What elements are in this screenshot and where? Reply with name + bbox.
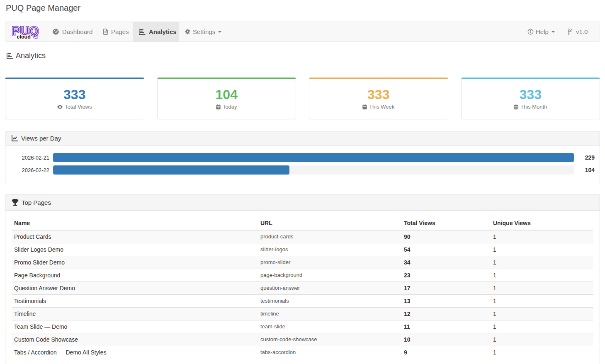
svg-text:cloud: cloud <box>17 34 31 40</box>
